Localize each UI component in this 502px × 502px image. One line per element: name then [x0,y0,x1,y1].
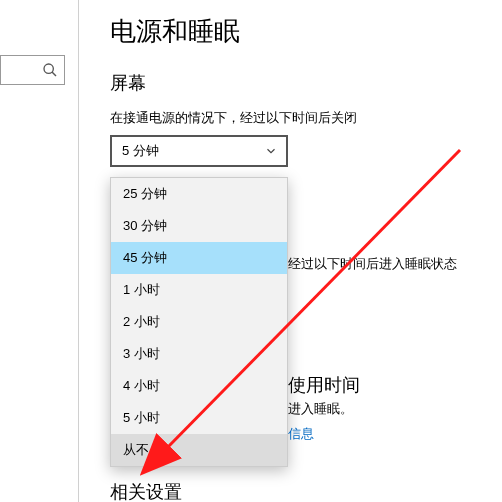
dropdown-item[interactable]: 1 小时 [111,274,287,306]
dropdown-item[interactable]: 30 分钟 [111,210,287,242]
dropdown-item[interactable]: 45 分钟 [111,242,287,274]
dropdown-item[interactable]: 25 分钟 [111,178,287,210]
search-icon [42,62,58,78]
screen-plugged-desc: 在接通电源的情况下，经过以下时间后关闭 [110,109,502,127]
screen-heading: 屏幕 [110,71,502,95]
select-value: 5 分钟 [122,142,159,160]
usage-link[interactable]: 信息 [288,425,314,443]
dropdown-item[interactable]: 4 小时 [111,370,287,402]
timeout-dropdown[interactable]: 25 分钟30 分钟45 分钟1 小时2 小时3 小时4 小时5 小时从不 [110,177,288,467]
usage-heading: 使用时间 [288,373,360,397]
page-title: 电源和睡眠 [110,14,502,49]
dropdown-item[interactable]: 2 小时 [111,306,287,338]
svg-line-1 [52,72,56,76]
related-heading: 相关设置 [110,480,182,502]
sleep-plugged-desc: 经过以下时间后进入睡眠状态 [288,255,457,273]
search-input[interactable] [0,55,65,85]
dropdown-item[interactable]: 从不 [111,434,287,466]
chevron-down-icon [264,144,278,158]
vertical-divider [78,0,79,502]
svg-point-0 [44,64,53,73]
dropdown-item[interactable]: 5 小时 [111,402,287,434]
dropdown-item[interactable]: 3 小时 [111,338,287,370]
screen-timeout-select[interactable]: 5 分钟 [110,135,288,167]
usage-sub: 进入睡眠。 [288,400,353,418]
